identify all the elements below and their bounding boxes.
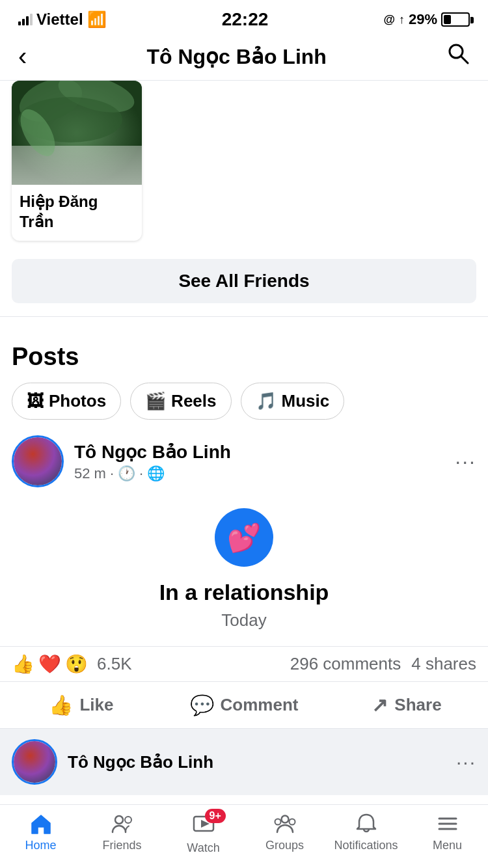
time-display: 22:22	[222, 9, 269, 30]
next-post-options-button[interactable]: ···	[456, 751, 476, 773]
next-post-author: Tô Ngọc Bảo Linh	[68, 752, 456, 772]
home-icon	[29, 811, 53, 836]
reels-label: Reels	[171, 391, 216, 411]
reaction-count: 6.5K	[97, 654, 132, 674]
reactions-right: 296 comments 4 shares	[290, 654, 476, 674]
comment-icon: 💬	[190, 694, 214, 716]
battery-icon	[441, 12, 470, 27]
photo-overlay	[12, 146, 142, 185]
tab-menu[interactable]: Menu	[407, 811, 488, 855]
friends-tab-label: Friends	[102, 839, 141, 852]
comment-label: Comment	[221, 695, 299, 715]
tab-home[interactable]: Home	[0, 811, 81, 855]
friends-section: Hiệp Đăng Trần	[0, 81, 488, 256]
post-meta: 52 m · 🕐 · 🌐	[74, 465, 231, 482]
groups-tab-label: Groups	[265, 839, 304, 852]
photos-icon: 🖼	[27, 391, 44, 411]
post-header-left: Tô Ngọc Bảo Linh 52 m · 🕐 · 🌐	[12, 435, 231, 487]
next-post-avatar[interactable]	[12, 739, 57, 785]
tab-groups[interactable]: Groups	[244, 811, 325, 855]
music-icon: 🎵	[256, 391, 277, 411]
photos-label: Photos	[49, 391, 106, 411]
heart-emoji: ❤️	[38, 653, 61, 675]
share-label: Share	[394, 695, 441, 715]
music-filter[interactable]: 🎵 Music	[241, 383, 345, 420]
post-status-title: In a relationship	[12, 580, 476, 605]
notifications-tab-label: Notifications	[334, 839, 398, 852]
post-body: 💕 In a relationship Today	[0, 495, 488, 646]
posts-section: Posts 🖼 Photos 🎬 Reels 🎵 Music	[0, 330, 488, 420]
battery-percent: 29%	[409, 11, 437, 28]
post-author-info: Tô Ngọc Bảo Linh 52 m · 🕐 · 🌐	[74, 441, 231, 482]
music-label: Music	[282, 391, 330, 411]
status-bar: Viettel 📶 22:22 @ ↑ 29%	[0, 0, 488, 35]
svg-point-8	[115, 816, 123, 824]
clock-icon: 🕐	[118, 465, 135, 482]
friend-card[interactable]: Hiệp Đăng Trần	[12, 81, 142, 241]
navigation-bar: ‹ Tô Ngọc Bảo Linh	[0, 35, 488, 81]
friend-name: Hiệp Đăng Trần	[12, 185, 142, 241]
post-time: 52 m	[74, 465, 106, 482]
see-all-friends-button[interactable]: See All Friends	[12, 259, 476, 303]
home-tab-label: Home	[25, 839, 56, 852]
svg-point-14	[289, 819, 295, 825]
post-filters: 🖼 Photos 🎬 Reels 🎵 Music	[12, 383, 476, 420]
share-button[interactable]: ↗ Share	[325, 685, 488, 726]
share-icon: ↗	[372, 694, 388, 716]
like-icon: 👍	[49, 694, 73, 716]
post-author-name: Tô Ngọc Bảo Linh	[74, 441, 231, 463]
like-emoji: 👍	[12, 653, 34, 675]
tab-friends[interactable]: Friends	[81, 811, 163, 855]
relationship-icon: 💕	[215, 508, 273, 567]
next-post-avatar-image	[14, 741, 55, 783]
search-button[interactable]	[446, 42, 470, 71]
section-divider	[0, 316, 488, 317]
wifi-icon: 📶	[87, 10, 107, 29]
carrier-label: Viettel	[36, 10, 83, 29]
dot-separator-2: ·	[139, 465, 143, 482]
menu-tab-label: Menu	[433, 839, 462, 852]
svg-point-13	[275, 819, 280, 825]
arrow-icon: ↑	[399, 13, 405, 27]
like-label: Like	[79, 695, 113, 715]
hearts-emoji: 💕	[227, 522, 261, 554]
svg-point-12	[281, 816, 288, 823]
post-item: Tô Ngọc Bảo Linh 52 m · 🕐 · 🌐 ··· 💕 In a…	[0, 435, 488, 728]
avatar[interactable]	[12, 435, 64, 487]
post-options-button[interactable]: ···	[455, 450, 476, 474]
wow-emoji: 😲	[65, 653, 88, 675]
dot-separator: ·	[110, 465, 114, 482]
svg-point-9	[125, 817, 131, 823]
reactions-bar: 👍 ❤️ 😲 6.5K 296 comments 4 shares	[0, 646, 488, 681]
tab-bar: Home Friends 9+ Watch Groups	[0, 804, 488, 868]
comment-button[interactable]: 💬 Comment	[163, 685, 325, 726]
action-buttons: 👍 Like 💬 Comment ↗ Share	[0, 681, 488, 728]
post-status-date: Today	[12, 610, 476, 631]
post-header: Tô Ngọc Bảo Linh 52 m · 🕐 · 🌐 ···	[0, 435, 488, 495]
like-button[interactable]: 👍 Like	[0, 685, 163, 726]
share-count[interactable]: 4 shares	[411, 654, 476, 674]
avatar-image	[14, 437, 62, 485]
location-icon: @	[383, 13, 395, 27]
friend-photo	[12, 81, 142, 185]
reels-icon: 🎬	[145, 391, 166, 411]
page-title: Tô Ngọc Bảo Linh	[146, 44, 326, 69]
signal-icon	[18, 14, 33, 25]
next-post-peek: Tô Ngọc Bảo Linh ···	[0, 728, 488, 795]
tab-watch[interactable]: 9+ Watch	[163, 811, 244, 855]
friends-icon	[110, 811, 135, 836]
notifications-icon	[354, 811, 379, 836]
photos-filter[interactable]: 🖼 Photos	[12, 383, 121, 420]
status-right: @ ↑ 29%	[383, 11, 470, 28]
svg-line-1	[461, 57, 468, 63]
scroll-content: Hiệp Đăng Trần See All Friends Posts 🖼 P…	[0, 81, 488, 868]
watch-badge: 9+	[205, 809, 226, 823]
tab-notifications[interactable]: Notifications	[325, 811, 407, 855]
reels-filter[interactable]: 🎬 Reels	[130, 383, 231, 420]
globe-icon: 🌐	[147, 465, 165, 482]
back-button[interactable]: ‹	[18, 42, 27, 71]
comment-count[interactable]: 296 comments	[290, 654, 401, 674]
watch-tab-label: Watch	[187, 841, 219, 855]
groups-icon	[273, 811, 297, 836]
menu-icon	[435, 811, 460, 836]
